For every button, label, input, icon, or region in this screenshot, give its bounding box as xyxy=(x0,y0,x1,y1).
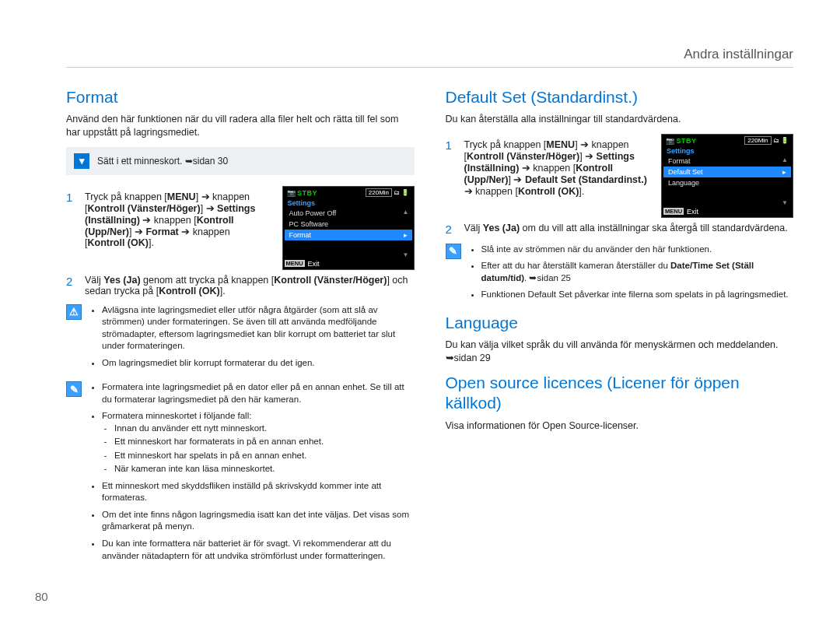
note-subitem: Ett minneskort har spelats in på en anna… xyxy=(114,450,415,462)
default-step1-row: 1 Tryck på knappen [MENU] ➔ knappen [Kon… xyxy=(446,134,794,218)
cam-settings-header: Settings xyxy=(285,198,412,208)
step-number: 2 xyxy=(446,223,457,236)
warn-item: Avlägsna inte lagringsmediet eller utför… xyxy=(102,304,415,353)
cam-item-auto-power-off: Auto Power Off xyxy=(285,208,412,219)
cam-stby: STBY xyxy=(297,189,317,197)
heading-language: Language xyxy=(446,314,794,332)
heading-default-set: Default Set (Standardinst.) xyxy=(446,88,794,107)
note-box-format: ✎ Formatera inte lagringsmediet på en da… xyxy=(66,381,415,567)
format-intro: Använd den här funktionen när du vill ra… xyxy=(66,113,415,139)
cam-item-language: Language xyxy=(663,177,791,188)
page-number: 80 xyxy=(35,590,48,603)
language-text: Du kan välja vilket språk du vill använd… xyxy=(446,339,794,365)
page: Andra inställningar Format Använd den hä… xyxy=(0,0,840,642)
note-item: Ett minneskort med skyddsfliken inställd… xyxy=(102,480,415,504)
warning-box: ⚠ Avlägsna inte lagringsmediet eller utf… xyxy=(66,304,415,374)
cam-menu-button-icon: MENU xyxy=(663,208,684,215)
step1-text: Tryck på knappen [MENU] ➔ knappen [Kontr… xyxy=(85,191,273,248)
heading-format: Format xyxy=(66,88,415,107)
format-step1: 1 Tryck på knappen [MENU] ➔ knappen [Kon… xyxy=(66,191,273,248)
warning-icon: ⚠ xyxy=(66,304,82,320)
scroll-arrows-icon: ▲▼ xyxy=(403,209,409,258)
column-left: Format Använd den här funktionen när du … xyxy=(66,82,415,574)
note-item: Du kan inte formattera när batteriet är … xyxy=(102,538,415,562)
note-icon: ✎ xyxy=(66,381,82,397)
note-icon: ✎ xyxy=(446,244,461,259)
format-step2: 2 Välj Yes (Ja) genom att trycka på knap… xyxy=(66,275,415,296)
note-item: Om det inte finns någon lagringsmedia is… xyxy=(102,509,415,533)
default-step2: 2 Välj Yes (Ja) om du vill att alla inst… xyxy=(446,223,794,236)
note-item: Slå inte av strömmen när du använder den… xyxy=(481,244,794,256)
note-box-default: ✎ Slå inte av strömmen när du använder d… xyxy=(446,244,794,306)
open-source-text: Visa informationen för Open Source-licen… xyxy=(446,419,794,433)
cam-menu-button-icon: MENU xyxy=(285,260,305,267)
step2-text: Välj Yes (Ja) om du vill att alla instäl… xyxy=(464,223,788,233)
cam-time: 220Min xyxy=(744,136,771,145)
cam-item-format-selected: Format▸ xyxy=(285,230,412,240)
note-subitem: Ett minneskort har formaterats in på en … xyxy=(114,436,415,448)
cam-item-format: Format xyxy=(663,156,791,167)
step-number: 1 xyxy=(446,139,457,152)
step-number: 2 xyxy=(66,275,77,288)
cam-time: 220Min xyxy=(366,188,392,197)
note-item: Formatera minneskortet i följande fall: … xyxy=(102,410,415,475)
warn-item: Om lagringsmediet blir korrupt formatera… xyxy=(102,357,415,370)
cam-settings-header: Settings xyxy=(663,146,791,156)
cam-stby: STBY xyxy=(677,137,697,145)
heading-open-source: Open source licences (Licener för öppen … xyxy=(446,373,794,414)
insert-card-note: ▾ Sätt i ett minneskort. ➥sidan 30 xyxy=(66,147,415,175)
scroll-arrows-icon: ▲▼ xyxy=(782,156,788,206)
cam-item-pc-software: PC Software xyxy=(285,219,412,230)
cam-item-default-set-selected: Default Set▸ xyxy=(663,167,791,177)
header-title: Andra inställningar xyxy=(684,47,793,61)
camera-menu-format: 📷 STBY 220Min 🗂 🔋 Settings Auto Power Of… xyxy=(282,186,415,270)
camera-menu-default-set: 📷 STBY 220Min 🗂 🔋 Settings Format Defaul… xyxy=(661,134,793,218)
default-step1: 1 Tryck på knappen [MENU] ➔ knappen [Kon… xyxy=(446,139,653,197)
step1-text: Tryck på knappen [MENU] ➔ knappen [Kontr… xyxy=(464,139,653,197)
insert-card-text: Sätt i ett minneskort. ➥sidan 30 xyxy=(97,156,228,167)
cam-footer: MENUExit xyxy=(663,208,791,216)
note-subitem: När kameran inte kan läsa minneskortet. xyxy=(114,463,415,475)
column-right: Default Set (Standardinst.) Du kan åters… xyxy=(446,82,794,574)
download-icon: ▾ xyxy=(74,153,89,169)
note-subitem: Innan du använder ett nytt minneskort. xyxy=(114,423,415,435)
page-header: Andra inställningar xyxy=(66,47,793,68)
step2-text: Välj Yes (Ja) genom att trycka på knappe… xyxy=(85,275,415,296)
note-item: Formatera inte lagringsmediet på en dato… xyxy=(102,381,415,405)
format-step1-row: 1 Tryck på knappen [MENU] ➔ knappen [Kon… xyxy=(66,186,415,270)
step-number: 1 xyxy=(66,191,77,204)
note-item: Efter att du har återställt kameran åter… xyxy=(481,260,794,284)
cam-footer: MENUExit xyxy=(285,260,412,268)
default-set-intro: Du kan återställa alla inställningar til… xyxy=(446,113,794,126)
note-item: Funktionen Default Set påverkar inte fil… xyxy=(481,289,794,301)
